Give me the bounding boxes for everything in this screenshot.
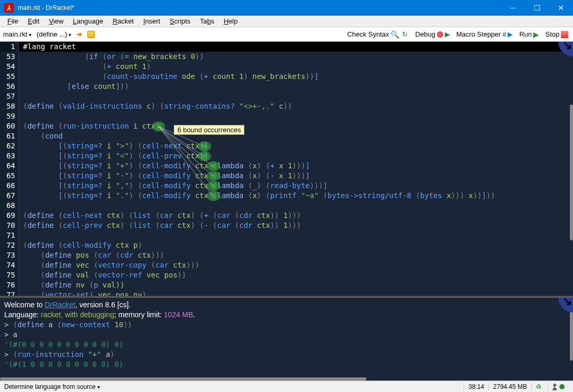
debug-button[interactable]: Debug ▶ bbox=[414, 30, 452, 39]
code-line: [(string=? i "+") (cell-modify ctx (lamb… bbox=[23, 162, 310, 170]
menu-tabs[interactable]: Tabs bbox=[196, 16, 218, 26]
gutter-line: 56 bbox=[0, 82, 15, 91]
nav-arrows: ➜ bbox=[76, 30, 82, 38]
cursor-position: 38:14 bbox=[464, 383, 488, 390]
code-line: (count-subroutine ode (+ count 1) new_br… bbox=[23, 72, 319, 80]
gutter-line: 65 bbox=[0, 171, 15, 181]
app-icon: λ bbox=[4, 3, 14, 13]
menu-file[interactable]: File bbox=[3, 16, 23, 26]
menu-racket[interactable]: Racket bbox=[108, 16, 138, 26]
menu-language[interactable]: Language bbox=[69, 16, 107, 26]
check-refresh-icon: ↻ bbox=[401, 30, 409, 39]
code-line: [(string=? i ",") (cell-modify ctx (lamb… bbox=[23, 181, 328, 190]
line-gutter: 1 53 54 55 56 57 58 59 60 61 62 63 64 65… bbox=[0, 42, 19, 296]
status-indicators bbox=[547, 383, 569, 390]
gutter-line: 76 bbox=[0, 280, 15, 290]
gutter-line: 70 bbox=[0, 221, 15, 230]
gutter-line: 67 bbox=[0, 191, 15, 201]
run-play-icon: ▶ bbox=[533, 30, 539, 39]
gutter-line: 63 bbox=[0, 151, 15, 161]
gutter-line: 61 bbox=[0, 131, 15, 141]
nav-back-icon[interactable]: ➜ bbox=[76, 30, 82, 38]
gutter-line: 54 bbox=[0, 62, 15, 72]
gutter-line: 58 bbox=[0, 101, 15, 111]
debug-play-icon: ▶ bbox=[445, 30, 450, 38]
close-button[interactable]: ✕ bbox=[549, 0, 573, 16]
occurrences-tooltip: 6 bound occurrences bbox=[174, 125, 244, 135]
magnify-icon: 🔍 bbox=[391, 30, 399, 39]
bug-icon bbox=[437, 31, 443, 38]
code-line: (cond bbox=[23, 132, 63, 140]
run-label: Run bbox=[519, 30, 532, 38]
code-line: [(string=? i "-") (cell-modify ctx (lamb… bbox=[23, 171, 310, 180]
check-syntax-label: Check Syntax bbox=[347, 30, 389, 38]
menu-view[interactable]: View bbox=[44, 16, 68, 26]
file-dropdown[interactable]: main.rkt bbox=[3, 30, 31, 38]
gutter-line: 62 bbox=[0, 141, 15, 151]
code-editor[interactable]: #lang racket (if (or (= new_brackets 0))… bbox=[19, 42, 573, 296]
definitions-dropdown[interactable]: (define ...) bbox=[37, 30, 71, 38]
menu-insert[interactable]: Insert bbox=[139, 16, 165, 26]
macro-stepper-button[interactable]: Macro Stepper # ▶ bbox=[455, 30, 515, 39]
binding-highlight bbox=[207, 181, 220, 191]
menu-edit[interactable]: Edit bbox=[24, 16, 43, 26]
menu-help[interactable]: Help bbox=[219, 16, 242, 26]
gutter-line: 69 bbox=[0, 211, 15, 221]
binding-highlight bbox=[198, 141, 211, 152]
window-controls: ─ ☐ ✕ bbox=[501, 0, 573, 16]
binding-highlight bbox=[198, 151, 211, 162]
gutter-line: 1 bbox=[0, 42, 15, 52]
binding-highlight bbox=[152, 121, 165, 132]
gutter-line: 53 bbox=[0, 52, 15, 62]
language-source-dropdown[interactable]: Determine language from source bbox=[4, 383, 100, 390]
maximize-button[interactable]: ☐ bbox=[525, 0, 549, 16]
drracket-link[interactable]: DrRacket bbox=[45, 301, 75, 309]
code-line bbox=[23, 231, 27, 239]
gutter-line: 59 bbox=[0, 111, 15, 121]
definitions-pane: 1 53 54 55 56 57 58 59 60 61 62 63 64 65… bbox=[0, 42, 573, 298]
repl-output[interactable]: Welcome to DrRacket, version 8.6 [cs]. L… bbox=[0, 298, 573, 381]
code-line: (define nv (p val)) bbox=[23, 281, 125, 289]
code-line: (define (cell-next ctx) (list (car ctx) … bbox=[23, 211, 301, 220]
binding-highlight bbox=[207, 161, 220, 171]
binding-highlight bbox=[207, 171, 220, 181]
code-line bbox=[23, 201, 27, 210]
gutter-line: 71 bbox=[0, 230, 15, 240]
repl-scrollbar-h[interactable] bbox=[0, 377, 573, 381]
gutter-line: 60 bbox=[0, 121, 15, 131]
repl-language-line: Language: racket, with debugging; memory… bbox=[4, 310, 195, 319]
menu-scripts[interactable]: Scripts bbox=[165, 16, 195, 26]
macro-stepper-label: Macro Stepper bbox=[456, 30, 501, 38]
lang-directive: #lang racket bbox=[19, 42, 573, 52]
window-title: main.rkt - DrRacket* bbox=[18, 4, 501, 11]
stop-button[interactable]: Stop bbox=[544, 30, 570, 39]
repl-line: > (run-instruction "+" a) bbox=[4, 350, 115, 359]
code-line: (+ count 1) bbox=[23, 62, 151, 71]
code-line: [(string=? i ".") (cell-modify ctx (lamb… bbox=[23, 191, 495, 200]
repl-result: '(#(0 0 0 0 0 0 0 0 0 0) 0) bbox=[4, 340, 123, 349]
editor-scrollbar-v[interactable] bbox=[570, 42, 573, 296]
run-button[interactable]: Run ▶ bbox=[518, 30, 541, 39]
save-icon[interactable] bbox=[87, 31, 95, 38]
code-line: (define val (vector-ref vec pos)) bbox=[23, 271, 186, 279]
minimize-button[interactable]: ─ bbox=[501, 0, 525, 16]
memory-usage: 2794.45 MB bbox=[488, 383, 531, 390]
debug-label: Debug bbox=[415, 30, 435, 38]
editor-area: 1 53 54 55 56 57 58 59 60 61 62 63 64 65… bbox=[0, 42, 573, 381]
gutter-line: 64 bbox=[0, 161, 15, 171]
toolbar: main.rkt (define ...) ➜ Check Syntax 🔍 ↻… bbox=[0, 27, 573, 42]
code-line: (define (valid-instructions c) (string-c… bbox=[23, 102, 292, 110]
check-syntax-button[interactable]: Check Syntax 🔍 ↻ bbox=[345, 30, 410, 39]
code-line bbox=[23, 92, 27, 100]
code-line: (define vec (vector-copy (car ctx))) bbox=[23, 261, 199, 269]
gutter-line: 57 bbox=[0, 91, 15, 101]
status-dot-icon bbox=[559, 384, 565, 389]
repl-result: '(#(1 0 0 0 0 0 0 0 0 0) 0) bbox=[4, 360, 123, 368]
code-line: [(string=? i ">") (cell-next ctx)] bbox=[23, 142, 208, 150]
step-play-icon: ▶ bbox=[508, 30, 513, 38]
person-icon bbox=[552, 383, 557, 390]
code-line: (if (or (= new_brackets 0)) bbox=[23, 52, 204, 61]
gutter-line: 55 bbox=[0, 72, 15, 82]
gc-button[interactable]: ♻ bbox=[531, 383, 547, 390]
code-line: [else count])) bbox=[23, 82, 129, 90]
